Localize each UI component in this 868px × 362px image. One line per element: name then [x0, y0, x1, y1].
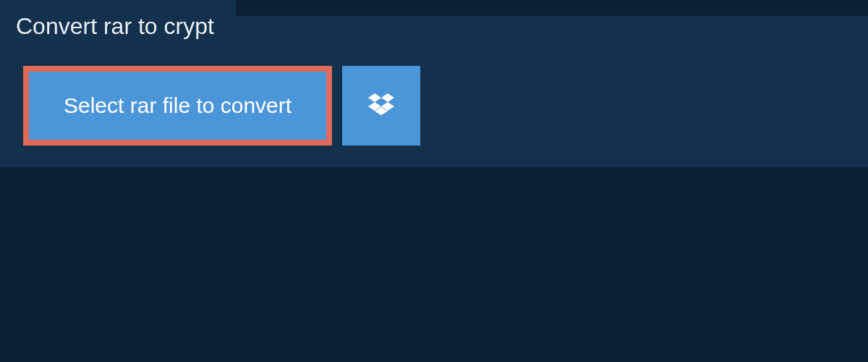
- select-file-button[interactable]: Select rar file to convert: [23, 66, 332, 146]
- tab-title-text: Convert rar to crypt: [16, 13, 214, 39]
- dropbox-button[interactable]: [342, 66, 420, 146]
- select-file-label: Select rar file to convert: [64, 93, 292, 118]
- tab-title: Convert rar to crypt: [0, 0, 236, 53]
- dropbox-icon: [368, 91, 394, 120]
- button-row: Select rar file to convert: [0, 53, 868, 146]
- converter-panel: Convert rar to crypt Select rar file to …: [0, 16, 868, 167]
